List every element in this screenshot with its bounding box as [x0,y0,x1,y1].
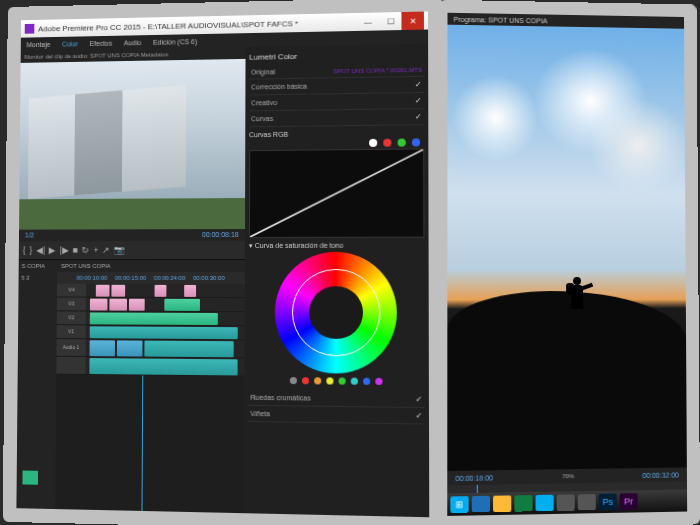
clip-audio[interactable] [117,340,143,356]
workspace-color[interactable]: Color [62,40,78,47]
clip[interactable] [109,299,127,311]
clip[interactable] [111,285,125,297]
check-icon[interactable]: ✓ [415,96,422,105]
clip-audio[interactable] [144,341,233,358]
premiere-taskbar-icon[interactable]: Pr [620,493,638,509]
clip[interactable] [184,285,196,297]
program-preview[interactable] [447,25,687,471]
minimize-button[interactable]: — [357,13,379,31]
mark-in-button[interactable]: { [23,245,26,255]
green-channel[interactable] [398,139,406,147]
start-button[interactable]: ⊞ [450,496,468,513]
clip-audio[interactable] [89,358,237,375]
stop-button[interactable]: ■ [73,245,78,255]
clip[interactable] [90,298,108,310]
clip[interactable] [90,326,238,339]
skype-icon[interactable] [536,495,554,512]
left-column: Monitor del clip de audio: SPOT UNS COPI… [16,47,245,513]
red-channel[interactable] [383,139,391,147]
track-a1[interactable]: Audio 1 [56,339,244,358]
workspace-audio[interactable]: Audio [124,39,141,46]
lumetri-panel: Lumetri Color Original SPOT UNS COPIA * … [244,44,429,518]
clip[interactable] [96,285,110,297]
time-ruler[interactable]: 00:00:10:00 00:00:15:00 00:00:24:00 00:0… [57,272,245,284]
track-head-v3[interactable]: V3 [57,297,86,310]
clip-audio[interactable] [89,340,115,356]
source-preview[interactable] [19,59,245,230]
source-tab-label[interactable]: Monitor del clip de audio: SPOT UNS COPI… [24,51,168,59]
track-head-v1[interactable]: V1 [57,325,86,338]
check-icon[interactable]: ✓ [415,395,422,404]
hue-saturation-wheel[interactable] [275,252,397,374]
camera-button[interactable]: 📷 [114,245,125,255]
track-v4[interactable]: V4 [57,284,245,298]
clip[interactable] [164,299,200,311]
mark-out-button[interactable]: } [29,245,32,255]
premiere-icon [25,24,35,34]
add-marker-button[interactable]: + [93,245,98,255]
project-thumb[interactable] [22,471,38,485]
hue-dot[interactable] [314,377,321,384]
hue-dot[interactable] [375,378,382,385]
lumetri-title: Lumetri Color [249,50,424,62]
workspace-efectos[interactable]: Efectos [90,39,113,46]
check-icon[interactable]: ✓ [415,112,422,121]
track-head-v2[interactable]: V2 [57,311,86,324]
program-timecode-right[interactable]: 00:00:32:00 [642,471,679,479]
section-curves[interactable]: Curvas ✓ [249,109,424,127]
clip[interactable] [154,285,166,297]
project-row[interactable]: 5 2 [21,275,54,281]
source-fit-label[interactable]: 1/2 [25,232,34,239]
clip[interactable] [129,299,145,311]
project-panel[interactable]: S COPIA 5 2 [16,260,57,509]
section-wheels-label: Ruedas cromáticas [250,394,310,402]
step-back-button[interactable]: ◀| [36,245,45,255]
step-fwd-button[interactable]: |▶ [60,245,69,255]
hue-dot[interactable] [338,377,345,384]
timeline-tabs[interactable]: SPOT UNS COPIA [57,260,245,272]
program-timecode-left[interactable]: 00:00:18:00 [455,474,493,482]
hue-dot[interactable] [363,378,370,385]
app-icon[interactable] [557,494,575,511]
tick-2: 00:00:24:00 [154,275,185,281]
program-zoom[interactable]: 70% [562,473,574,479]
ie-icon[interactable] [472,496,490,513]
rgb-curves-graph[interactable] [249,148,425,238]
source-timecode[interactable]: 00:00:08:18 [202,231,239,238]
track-v2[interactable]: V2 [57,311,245,326]
hue-sat-label: ▾ Curva de saturación de tono [249,242,425,250]
track-v1[interactable]: V1 [57,325,245,340]
play-button[interactable]: ▶ [49,245,56,255]
luma-channel[interactable] [369,139,377,147]
clip[interactable] [90,312,218,325]
loop-button[interactable]: ↻ [82,245,90,255]
explorer-icon[interactable] [493,495,511,512]
sequence-tab[interactable]: SPOT UNS COPIA [61,263,110,269]
hue-dot[interactable] [290,377,297,384]
hue-dot[interactable] [302,377,309,384]
track-head-a1[interactable]: Audio 1 [56,339,85,356]
blue-channel[interactable] [412,138,420,146]
track-head-v4[interactable]: V4 [57,284,86,297]
source-transport: { } ◀| ▶ |▶ ■ ↻ + ↗ 📷 [19,241,245,259]
section-vignette[interactable]: Viñeta ✓ [248,406,425,425]
excel-icon[interactable] [514,495,532,512]
photoshop-icon[interactable]: Ps [599,494,617,510]
track-a2[interactable] [56,357,244,377]
app-icon[interactable] [578,494,596,511]
workspace-montaje[interactable]: Montaje [27,40,51,47]
section-vignette-label: Viñeta [250,410,270,417]
lumetri-master-label[interactable]: Original [251,68,275,75]
timeline-tracks[interactable]: V4 V3 [55,284,244,514]
check-icon[interactable]: ✓ [415,80,422,89]
workspace-edicion[interactable]: Edición (CS 6) [153,38,197,46]
hue-dot[interactable] [351,378,358,385]
track-head-a2[interactable] [56,357,85,374]
lumetri-clip-label[interactable]: SPOT UNS COPIA * 00261.MTS [333,66,422,73]
track-v3[interactable]: V3 [57,297,245,312]
close-button[interactable]: ✕ [401,12,424,31]
maximize-button[interactable]: ☐ [379,12,401,30]
check-icon[interactable]: ✓ [416,411,423,420]
export-frame-button[interactable]: ↗ [102,245,110,255]
hue-dot[interactable] [326,377,333,384]
